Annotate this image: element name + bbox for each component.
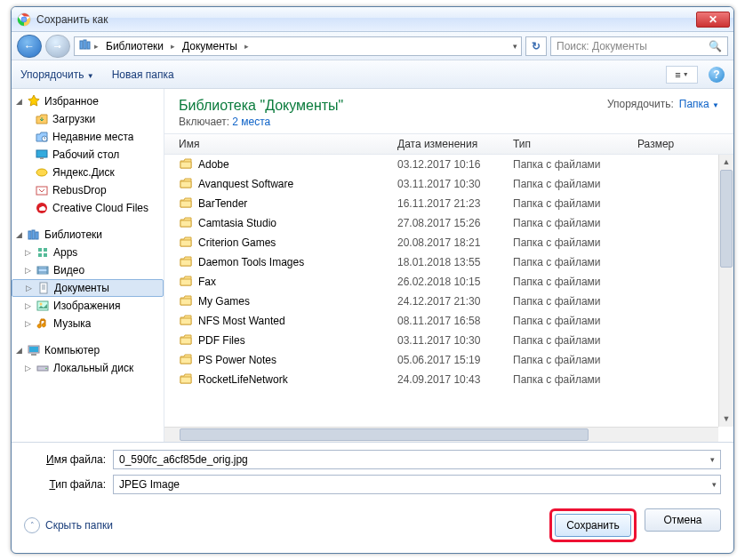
downloads-icon: [35, 112, 49, 126]
arrange-by-value[interactable]: Папка ▼: [679, 98, 719, 110]
file-list[interactable]: Adobe03.12.2017 10:16Папка с файламиAvan…: [164, 155, 733, 442]
search-icon: 🔍: [709, 40, 722, 52]
collapse-icon[interactable]: ◢: [15, 97, 23, 106]
refresh-icon: ↻: [532, 40, 541, 52]
scroll-up-icon[interactable]: ▲: [719, 155, 733, 170]
tree-item[interactable]: Creative Cloud Files: [12, 199, 164, 217]
organize-menu[interactable]: Упорядочить ▼: [20, 68, 94, 81]
file-name: BarTender: [198, 197, 397, 210]
hide-folders-button[interactable]: ˄ Скрыть папки: [24, 517, 113, 533]
file-date: 18.01.2018 13:55: [397, 256, 513, 268]
library-locations-link[interactable]: 2 места: [232, 116, 270, 128]
view-mode-button[interactable]: ≡▼: [666, 66, 698, 84]
chevron-down-icon[interactable]: ▾: [710, 455, 715, 464]
file-row[interactable]: RocketLifeNetwork24.09.2017 10:43Папка с…: [179, 370, 733, 389]
file-row[interactable]: BarTender16.11.2017 21:23Папка с файлами: [179, 194, 733, 213]
tree-item[interactable]: ▷Изображения: [12, 297, 164, 315]
cancel-button[interactable]: Отмена: [645, 508, 721, 532]
col-header-size[interactable]: Размер: [637, 138, 709, 150]
tree-item[interactable]: Рабочий стол: [12, 146, 164, 164]
titlebar[interactable]: Сохранить как ✕: [12, 7, 733, 32]
filetype-label: Тип файла:: [24, 478, 113, 491]
file-type: Папка с файлами: [513, 158, 637, 171]
music-icon: [36, 316, 50, 331]
file-row[interactable]: PDF Files03.11.2017 10:30Папка с файлами: [179, 331, 733, 350]
save-dialog: Сохранить как ✕ ← → ▸ Библиотеки ▸ Докум…: [11, 6, 734, 554]
help-button[interactable]: ?: [709, 67, 725, 83]
filetype-select[interactable]: JPEG Image▾: [113, 475, 721, 494]
file-date: 24.09.2017 10:43: [397, 373, 513, 386]
svg-rect-15: [36, 232, 38, 239]
chevron-right-icon: ▸: [244, 42, 249, 51]
chevron-down-icon[interactable]: ▾: [513, 42, 517, 51]
search-input[interactable]: Поиск: Документы 🔍: [550, 36, 728, 56]
filename-input[interactable]: 0_590fc_a6cf85de_orig.jpg▾: [113, 450, 721, 469]
breadcrumb-item[interactable]: Библиотеки: [100, 40, 169, 52]
chevron-down-icon: ▼: [712, 101, 719, 109]
tree-item[interactable]: ▷Локальный диск: [12, 359, 164, 377]
file-name: Criterion Games: [198, 236, 397, 249]
tree-item[interactable]: Яндекс.Диск: [12, 164, 164, 181]
navbar: ← → ▸ Библиотеки ▸ Документы ▸ ▾ ↻ Поиск…: [12, 32, 733, 60]
new-folder-button[interactable]: Новая папка: [112, 68, 174, 81]
file-date: 03.12.2017 10:16: [397, 158, 513, 171]
file-row[interactable]: PS Power Notes05.06.2017 15:19Папка с фа…: [179, 350, 733, 370]
tree-item[interactable]: ▷Музыка: [12, 315, 164, 332]
tree-node-computer[interactable]: ◢Компьютер: [12, 341, 164, 359]
file-name: Camtasia Studio: [198, 217, 397, 229]
scroll-thumb[interactable]: [180, 428, 589, 441]
file-type: Папка с файлами: [513, 217, 637, 229]
tree-item[interactable]: ▷Apps: [12, 244, 164, 261]
tree-item[interactable]: ▷Видео: [12, 261, 164, 279]
expand-icon[interactable]: ▷: [24, 248, 32, 257]
file-row[interactable]: My Games24.12.2017 21:30Папка с файлами: [179, 292, 733, 311]
star-icon: [27, 94, 41, 108]
expand-icon[interactable]: ▷: [24, 301, 32, 310]
expand-icon[interactable]: ▷: [24, 266, 32, 275]
file-date: 03.11.2017 10:30: [397, 178, 513, 190]
file-row[interactable]: Fax26.02.2018 10:15Папка с файлами: [179, 272, 733, 292]
address-bar[interactable]: ▸ Библиотеки ▸ Документы ▸ ▾: [74, 36, 522, 56]
file-row[interactable]: Avanquest Software03.11.2017 10:30Папка …: [179, 174, 733, 194]
expand-icon[interactable]: ▷: [24, 364, 32, 372]
close-button[interactable]: ✕: [696, 12, 730, 28]
expand-icon[interactable]: ▷: [24, 319, 32, 328]
expand-icon[interactable]: ▷: [25, 284, 33, 292]
file-row[interactable]: Daemon Tools Images18.01.2018 13:55Папка…: [179, 252, 733, 272]
tree-node-favorites[interactable]: ◢Избранное: [12, 92, 164, 110]
col-header-type[interactable]: Тип: [513, 138, 637, 150]
col-header-name[interactable]: Имя: [179, 138, 397, 150]
refresh-button[interactable]: ↻: [525, 36, 547, 56]
tree-node-libraries[interactable]: ◢Библиотеки: [12, 226, 164, 244]
svg-rect-13: [28, 231, 31, 239]
tree-item[interactable]: RebusDrop: [12, 181, 164, 199]
col-header-date[interactable]: Дата изменения: [397, 138, 513, 150]
chevron-down-icon: ▾: [712, 480, 717, 489]
svg-point-3: [22, 17, 27, 21]
file-type: Папка с файлами: [513, 373, 637, 386]
collapse-icon[interactable]: ◢: [15, 230, 23, 239]
vertical-scrollbar[interactable]: ▲▼: [718, 155, 733, 427]
folder-icon: [179, 156, 195, 173]
back-button[interactable]: ←: [17, 35, 42, 58]
scroll-down-icon[interactable]: ▼: [719, 412, 733, 427]
scroll-thumb[interactable]: [720, 170, 733, 268]
tree-item[interactable]: Недавние места: [12, 128, 164, 146]
save-button[interactable]: Сохранить: [555, 514, 631, 537]
file-row[interactable]: Adobe03.12.2017 10:16Папка с файлами: [179, 155, 733, 174]
collapse-icon[interactable]: ◢: [15, 346, 23, 355]
computer-icon: [27, 343, 41, 357]
file-type: Папка с файлами: [513, 334, 637, 347]
forward-button[interactable]: →: [45, 35, 70, 58]
file-row[interactable]: Camtasia Studio27.08.2017 15:26Папка с ф…: [179, 213, 733, 233]
breadcrumb-item[interactable]: Документы: [177, 40, 243, 52]
tree-item[interactable]: Загрузки: [12, 110, 164, 128]
libraries-icon: [27, 228, 41, 242]
horizontal-scrollbar[interactable]: [164, 427, 718, 442]
svg-rect-14: [32, 230, 35, 239]
filename-label: Имя файла:: [24, 453, 113, 466]
file-row[interactable]: Criterion Games20.08.2017 18:21Папка с ф…: [179, 233, 733, 252]
file-row[interactable]: NFS Most Wanted08.11.2017 16:58Папка с ф…: [179, 311, 733, 331]
tree-item-selected[interactable]: ▷Документы: [12, 279, 164, 297]
desktop-icon: [35, 148, 49, 162]
